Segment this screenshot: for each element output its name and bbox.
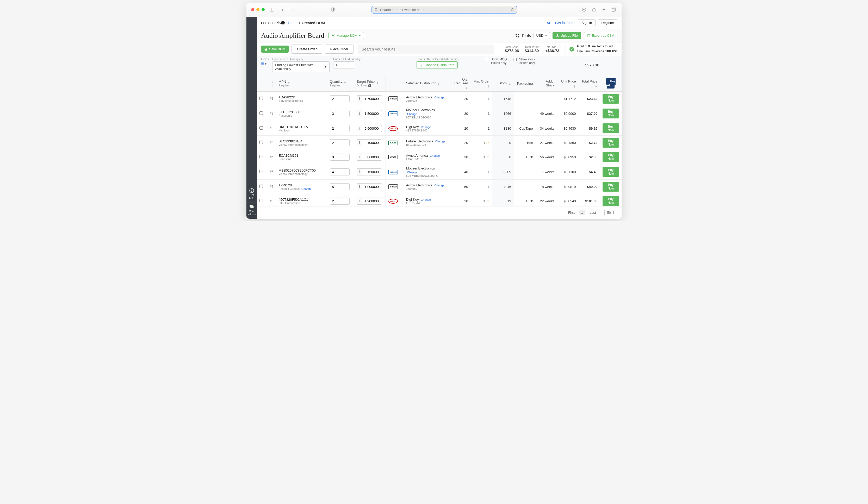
quantity-input[interactable] <box>330 125 350 132</box>
row-checkbox[interactable] <box>259 170 263 173</box>
chat-button[interactable]: Chat with us <box>246 202 257 219</box>
info-icon[interactable]: i <box>368 84 371 87</box>
buy-now-button[interactable]: Buy Now <box>602 152 619 162</box>
sort-icon[interactable]: ▲▼ <box>376 81 379 84</box>
get-help-button[interactable]: ? Get help <box>246 186 257 202</box>
create-order-button[interactable]: Create Order <box>291 44 322 54</box>
back-icon[interactable]: ‹ <box>279 7 286 13</box>
quantity-input[interactable] <box>330 183 350 190</box>
sort-icon[interactable]: ▲▼ <box>508 83 511 85</box>
shield-icon[interactable] <box>330 7 336 13</box>
maximize-window-icon[interactable] <box>261 8 265 11</box>
buy-now-button[interactable]: Buy Now <box>602 94 619 104</box>
currency-select[interactable]: USD▲▼ <box>534 32 550 39</box>
target-price-input[interactable] <box>362 95 382 102</box>
change-distributor-link[interactable]: Change <box>421 198 431 201</box>
buy-all-button[interactable]: Buy All <box>606 78 616 88</box>
change-distributor-link[interactable]: Change <box>434 96 444 99</box>
minimize-window-icon[interactable] <box>256 8 259 11</box>
buy-now-button[interactable]: Buy Now <box>602 138 619 148</box>
target-price-input[interactable] <box>362 125 382 132</box>
search-input[interactable] <box>362 47 490 51</box>
quantity-input[interactable] <box>330 198 350 204</box>
quantity-input[interactable] <box>330 110 350 117</box>
show-moq-checkbox[interactable]: Show MOQ issues only <box>485 57 508 65</box>
target-price-input[interactable] <box>362 168 382 176</box>
choose-distributors-button[interactable]: Choose Distributors <box>416 61 458 69</box>
url-input[interactable] <box>380 8 508 12</box>
manage-bom-button[interactable]: Manage BOM ▾ <box>329 32 364 39</box>
bom-qty-input[interactable] <box>333 61 355 69</box>
addtl-stock: 17 weeks <box>535 164 557 180</box>
export-csv-button[interactable]: Export as CSV <box>584 32 617 39</box>
upload-file-button[interactable]: Upload File <box>552 32 581 39</box>
stock: 1066 <box>492 106 514 121</box>
show-stock-checkbox[interactable]: Show stock issues only <box>513 57 536 65</box>
row-checkbox[interactable] <box>259 185 263 188</box>
api-link[interactable]: API <box>547 21 552 25</box>
warning-icon: ⚠ <box>486 155 489 159</box>
pager-first[interactable]: First <box>568 211 575 214</box>
change-distributor-link[interactable]: Change <box>430 154 440 157</box>
sort-icon[interactable]: ▲▼ <box>437 83 440 85</box>
sort-icon[interactable]: ▲▼ <box>288 81 290 84</box>
url-bar[interactable] <box>371 6 517 13</box>
reload-icon[interactable] <box>510 8 514 11</box>
sort-icon[interactable]: ▲▼ <box>466 87 468 89</box>
save-bom-button[interactable]: Save BOM <box>261 45 289 53</box>
row-checkbox[interactable] <box>259 112 263 115</box>
row-checkbox[interactable] <box>259 155 263 158</box>
target-price-input[interactable] <box>362 198 382 204</box>
row-checkbox[interactable] <box>259 126 263 130</box>
change-distributor-link[interactable]: Change <box>434 184 444 187</box>
search-results[interactable] <box>358 44 494 54</box>
autofill-select[interactable]: Finding Lowest Price with Availability▲▼ <box>272 61 330 72</box>
sort-icon[interactable]: ▲▼ <box>595 85 597 87</box>
register-button[interactable]: Register <box>598 19 617 26</box>
downloads-icon[interactable] <box>581 7 587 13</box>
sort-icon[interactable]: ▲ <box>271 85 273 86</box>
sort-icon[interactable]: ▲▼ <box>344 81 347 84</box>
page-size-select[interactable]: 50▲▼ <box>604 209 617 216</box>
quantity-input[interactable] <box>330 95 350 102</box>
forward-icon[interactable]: › <box>290 7 296 13</box>
sign-in-button[interactable]: Sign In <box>578 19 595 26</box>
pager-last[interactable]: Last <box>590 211 596 214</box>
target-price-input[interactable] <box>362 183 382 190</box>
row-checkbox[interactable] <box>259 97 263 100</box>
buy-now-button[interactable]: Buy Now <box>602 182 619 192</box>
place-order-button[interactable]: Place Order <box>325 44 354 54</box>
buy-now-button[interactable]: Buy Now <box>602 167 619 177</box>
breadcrumb-home[interactable]: Home <box>288 21 298 25</box>
distributor-logo-icon: ARROW <box>389 184 398 189</box>
row-checkbox[interactable] <box>259 199 263 202</box>
new-tab-icon[interactable]: + <box>601 7 607 13</box>
tabs-icon[interactable] <box>611 7 617 13</box>
contact-link[interactable]: Get in Touch <box>555 21 576 25</box>
sidebar-toggle-icon[interactable] <box>269 7 275 13</box>
buy-now-button[interactable]: Buy Now <box>602 108 619 118</box>
sort-icon[interactable]: ▲▼ <box>487 85 490 87</box>
quantity-input[interactable] <box>330 168 350 176</box>
buy-now-button[interactable]: Buy Now <box>602 196 619 206</box>
share-icon[interactable] <box>591 7 597 13</box>
change-link[interactable]: Change <box>301 187 312 190</box>
quantity-input[interactable] <box>330 154 350 161</box>
close-window-icon[interactable] <box>251 8 254 11</box>
buy-now-button[interactable]: Buy Now <box>602 123 619 133</box>
fields-expand-icon[interactable]: ▸ <box>266 62 267 65</box>
change-distributor-link[interactable]: Change <box>435 140 445 143</box>
tools-menu[interactable]: Tools <box>515 33 531 38</box>
logo[interactable]: oemsecrets <box>261 20 285 25</box>
fields-config-icon[interactable]: ☰ <box>261 61 265 66</box>
row-checkbox[interactable] <box>259 140 263 144</box>
target-price-input[interactable] <box>362 139 382 146</box>
change-distributor-link[interactable]: Change <box>407 113 417 116</box>
target-price-input[interactable] <box>362 110 382 117</box>
change-distributor-link[interactable]: Change <box>421 125 431 129</box>
target-price-input[interactable] <box>362 154 382 161</box>
quantity-input[interactable] <box>330 139 350 146</box>
change-distributor-link[interactable]: Change <box>407 171 417 174</box>
sort-icon[interactable]: ▲▼ <box>574 85 576 87</box>
distributor-logo-icon: MOUSER <box>389 170 398 175</box>
